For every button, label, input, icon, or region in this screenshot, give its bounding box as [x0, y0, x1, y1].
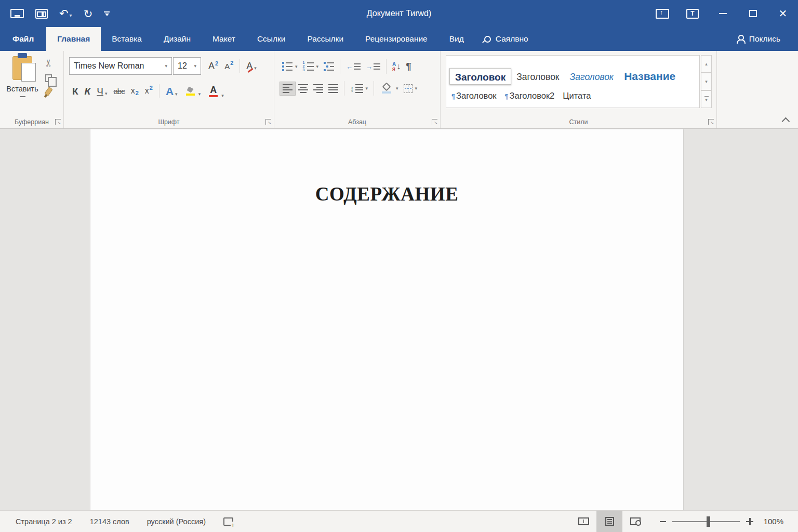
font-color-button[interactable]: А▾: [204, 83, 227, 100]
style-heading2[interactable]: Заголовок: [511, 70, 564, 85]
justify-icon: [328, 84, 338, 93]
line-spacing-button[interactable]: ↕ ▾: [348, 82, 370, 95]
align-center-button[interactable]: [296, 82, 311, 95]
style-heading1[interactable]: Заголовок: [449, 68, 511, 85]
increase-indent-button[interactable]: →: [363, 61, 383, 73]
tab-view[interactable]: Вид: [438, 27, 475, 51]
font-name-combobox[interactable]: Times New Roman ▾: [69, 57, 172, 75]
style-subheading2[interactable]: ¶Заголовок2: [503, 90, 561, 102]
show-marks-button[interactable]: ¶: [403, 59, 414, 74]
zoom-slider-track[interactable]: [672, 521, 740, 522]
strikethrough-button[interactable]: abc: [111, 86, 128, 97]
word-count[interactable]: 12143 слов: [90, 517, 129, 526]
style-heading3[interactable]: Заголовок: [565, 70, 619, 85]
paste-button[interactable]: Вставить: [5, 56, 39, 112]
tab-insert[interactable]: Вставка: [101, 27, 153, 51]
tab-references[interactable]: Ссылки: [246, 27, 297, 51]
undo-dropdown-icon[interactable]: ▾: [70, 12, 72, 18]
print-layout-button[interactable]: [596, 511, 622, 532]
font-name-value: Times New Roman: [74, 61, 144, 71]
gallery-scroll-down-button[interactable]: ▾: [701, 73, 712, 90]
italic-button[interactable]: К: [82, 85, 94, 98]
ribbon-display-options-button[interactable]: [647, 0, 677, 27]
save-icon[interactable]: [35, 9, 48, 19]
style-quote[interactable]: Цитата: [561, 90, 597, 102]
bullets-button[interactable]: ▾: [280, 60, 300, 73]
collapse-ribbon-icon[interactable]: [782, 117, 790, 126]
monitor-icon[interactable]: [10, 9, 24, 18]
undo-button[interactable]: ↶▾: [59, 8, 72, 19]
copy-icon[interactable]: [45, 74, 52, 82]
status-bar: Страница 2 из 2 12143 слов русский (Росс…: [0, 510, 798, 532]
format-painter-icon[interactable]: [45, 87, 54, 96]
zoom-in-icon[interactable]: [746, 518, 753, 525]
bullets-icon: [282, 62, 292, 71]
document-area: СОДЕРЖАНИЕ: [0, 129, 798, 510]
cut-icon[interactable]: ✂: [43, 59, 55, 68]
tab-home[interactable]: Главная: [46, 27, 101, 51]
right-arrow-icon: →: [366, 63, 373, 71]
borders-button[interactable]: ▾: [401, 82, 420, 95]
web-layout-icon: [630, 517, 641, 525]
tab-design[interactable]: Дизайн: [153, 27, 202, 51]
styles-group-label: Стили: [441, 118, 716, 126]
read-mode-button[interactable]: [570, 511, 596, 532]
subscript-button[interactable]: x2: [128, 85, 142, 97]
underline-button[interactable]: Ч▾: [94, 85, 110, 98]
zoom-out-icon[interactable]: [660, 521, 666, 522]
text-highlight-button[interactable]: ▾: [181, 84, 204, 98]
proofing-status-icon[interactable]: [223, 517, 233, 526]
gallery-scroll-up-button[interactable]: ▴: [701, 55, 712, 73]
align-left-icon: [283, 84, 292, 93]
tab-mailings[interactable]: Рассылки: [296, 27, 354, 51]
close-button[interactable]: ✕: [768, 0, 798, 27]
clipboard-dialog-launcher[interactable]: [55, 119, 61, 125]
superscript-button[interactable]: x2: [142, 85, 156, 97]
shrink-font-button[interactable]: А2: [221, 61, 236, 72]
chevron-down-icon[interactable]: ▾: [165, 63, 167, 69]
shading-button[interactable]: ▾: [377, 81, 401, 97]
tab-file[interactable]: Файл: [0, 27, 46, 51]
sort-button[interactable]: Ая ↓: [390, 60, 403, 73]
page-indicator[interactable]: Страница 2 из 2: [16, 517, 72, 526]
window-layout-icon: T: [686, 9, 699, 19]
web-layout-button[interactable]: [622, 511, 648, 532]
styles-dialog-launcher[interactable]: [708, 119, 714, 125]
ribbon-end-area: [717, 51, 798, 128]
minimize-button[interactable]: [708, 0, 738, 27]
paste-clipboard-icon: [12, 56, 32, 80]
zoom-slider-handle[interactable]: [707, 516, 710, 527]
justify-button[interactable]: [326, 82, 341, 95]
tab-review[interactable]: Рецензирование: [354, 27, 438, 51]
multilevel-list-button[interactable]: [321, 60, 337, 73]
align-right-button[interactable]: [311, 82, 326, 95]
highlighter-icon: [187, 87, 194, 93]
style-title[interactable]: Название: [619, 68, 681, 85]
paste-dropdown-icon[interactable]: [20, 96, 25, 97]
tell-me-search[interactable]: Саялвно: [475, 27, 538, 51]
decrease-indent-button[interactable]: ←: [343, 61, 363, 73]
redo-icon[interactable]: ↻: [84, 8, 93, 19]
customize-qat-icon[interactable]: [104, 11, 110, 16]
bold-button[interactable]: К: [69, 85, 82, 98]
pilcrow-icon: ¶: [451, 92, 455, 100]
numbering-button[interactable]: 1 2 3 ▾: [300, 60, 322, 73]
clear-formatting-button[interactable]: А▾: [243, 60, 260, 72]
tab-layout[interactable]: Макет: [202, 27, 246, 51]
window-layout-button[interactable]: T: [677, 0, 708, 27]
font-size-combobox[interactable]: 12 ▾: [173, 57, 201, 75]
share-button[interactable]: Поклись: [725, 27, 798, 51]
chevron-down-icon[interactable]: ▾: [194, 63, 196, 69]
text-effects-button[interactable]: А▾: [163, 84, 181, 98]
document-page[interactable]: СОДЕРЖАНИЕ: [90, 129, 684, 510]
style-subheading1[interactable]: ¶Заголовок: [449, 90, 503, 102]
maximize-button[interactable]: [738, 0, 768, 27]
gallery-more-button[interactable]: ▾: [701, 90, 712, 108]
grow-font-button[interactable]: А2: [205, 60, 221, 72]
align-left-button[interactable]: [280, 82, 296, 96]
zoom-level[interactable]: 100%: [759, 517, 783, 526]
language-indicator[interactable]: русский (Россия): [147, 517, 206, 526]
font-dialog-launcher[interactable]: [265, 119, 271, 125]
document-heading[interactable]: СОДЕРЖАНИЕ: [90, 183, 683, 205]
paragraph-dialog-launcher[interactable]: [432, 119, 437, 125]
